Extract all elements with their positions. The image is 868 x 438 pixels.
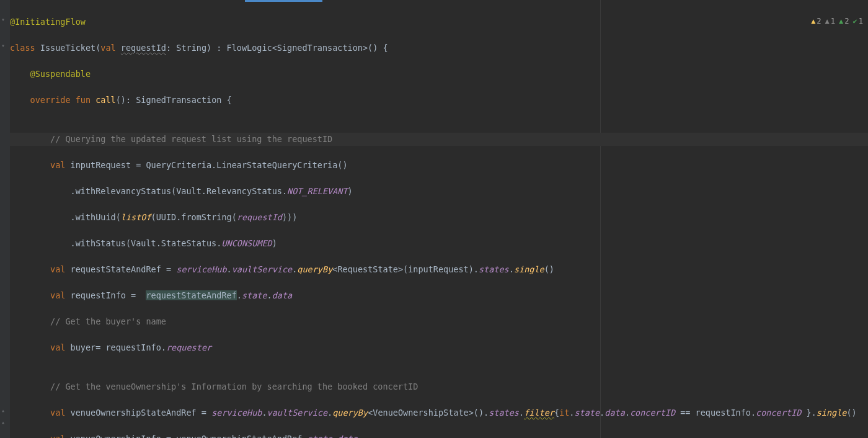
parameter: requestId (121, 43, 166, 53)
code-text: . (509, 264, 514, 274)
property: data (337, 434, 358, 438)
property: state (574, 408, 600, 418)
enum-constant: NOT_RELEVANT (287, 186, 348, 196)
code-editor[interactable]: @InitiatingFlow class IssueTicket(val re… (10, 2, 857, 438)
function-name: call (95, 95, 116, 105)
property: concertID (630, 408, 675, 418)
code-text (116, 43, 121, 53)
keyword: val (50, 434, 65, 438)
code-text (91, 95, 95, 105)
keyword: class (10, 43, 35, 53)
keyword: it (559, 408, 569, 418)
property: state (242, 290, 267, 300)
code-text: () (544, 264, 554, 274)
code-text: .withStatus(Vault.StateStatus. (10, 238, 221, 248)
fold-close-icon[interactable]: ▴ (1, 408, 5, 414)
extension-function: queryBy (297, 264, 332, 274)
code-text: == requestInfo. (675, 408, 756, 418)
comment: // Querying the updated request list usi… (10, 134, 332, 144)
comment: // Get the buyer's name (10, 316, 166, 326)
property: serviceHub (211, 408, 262, 418)
fold-open-icon[interactable]: ▾ (1, 43, 5, 49)
property: data (272, 290, 293, 300)
code-text: ) (272, 238, 277, 248)
indent (10, 95, 30, 105)
property: states (489, 408, 519, 418)
property: vaultService (267, 408, 328, 418)
keyword: val (100, 43, 115, 53)
keyword: val (50, 264, 65, 274)
fold-open-icon[interactable]: ▾ (1, 17, 5, 23)
comment: // Get the venueOwnership's Information … (10, 382, 418, 391)
active-tab-indicator (245, 0, 322, 2)
fold-close-icon[interactable]: ▴ (1, 419, 5, 426)
extension-function: queryBy (332, 408, 368, 418)
builtin-function: listOf (121, 212, 151, 222)
code-text: . (327, 408, 332, 418)
check-count: 1 (859, 15, 863, 28)
keyword: val (50, 342, 65, 352)
code-text: venueOwnershipStateAndRef = (65, 408, 211, 418)
indent (10, 408, 50, 418)
code-text: buyer= requestInfo. (65, 342, 166, 352)
code-text: . (237, 290, 242, 300)
extension-function: single (514, 264, 544, 274)
code-text: (UUID.fromString( (151, 212, 237, 222)
code-text: : String) : FlowLogic<SignedTransaction>… (166, 43, 388, 53)
code-text: IssueTicket( (35, 43, 101, 53)
editor-gutter[interactable]: ▾ ▾ ▴ ▴ (0, 0, 10, 438)
code-text: <RequestState>(inputRequest). (332, 264, 479, 274)
extension-function: single (817, 408, 847, 418)
parameter-ref: requestId (237, 212, 282, 222)
enum-constant: UNCONSUMED (221, 238, 272, 248)
property: data (604, 408, 625, 418)
code-text: . (262, 408, 267, 418)
code-text: reques (65, 264, 100, 274)
code-text: { (554, 408, 559, 418)
code-text: venueOwnershipInfo = venueOwnershipState… (65, 434, 307, 438)
code-text: tStateAndRef = (100, 264, 176, 274)
property: concertID (756, 408, 801, 418)
code-text: }. (801, 408, 816, 418)
code-text: .withUuid( (10, 212, 121, 222)
code-text: inputRequest = QueryCriteria.LinearState… (65, 160, 347, 170)
keyword: val (50, 160, 65, 170)
code-text: requestInfo = (65, 290, 146, 300)
annotation: @Suspendable (10, 69, 91, 79)
property: states (479, 264, 509, 274)
keyword: val (50, 290, 65, 300)
code-text: ))) (282, 212, 297, 222)
annotation: @InitiatingFlow (10, 17, 86, 27)
extension-function: filter (524, 408, 554, 418)
property: vaultService (232, 264, 293, 274)
property: requester (166, 342, 211, 352)
indent (10, 160, 50, 170)
property: state (308, 434, 333, 438)
indent (10, 342, 50, 352)
code-text: . (625, 408, 630, 418)
code-text: (): SignedTransaction { (116, 95, 232, 105)
code-text: ) (348, 186, 353, 196)
indent (10, 264, 50, 274)
code-text: . (267, 290, 272, 300)
indent (10, 290, 50, 300)
code-text: . (227, 264, 232, 274)
code-text: .withRelevancyStatus(Vault.RelevancyStat… (10, 186, 287, 196)
property: serviceHub (176, 264, 226, 274)
keyword: val (50, 408, 65, 418)
code-text: () (846, 408, 856, 418)
code-text: <VenueOwnershipState>(). (368, 408, 489, 418)
code-text: . (519, 408, 524, 418)
keyword: override fun (30, 95, 91, 105)
indent (10, 434, 50, 438)
selected-text: requestStateAndRef (146, 290, 236, 300)
